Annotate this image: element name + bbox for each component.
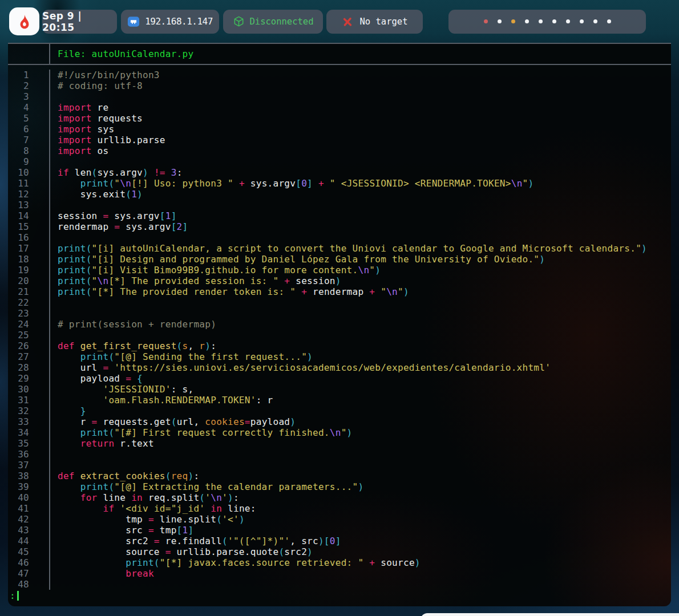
code-line[interactable]: 4import re [8,102,671,113]
code-line[interactable]: 36 [8,449,671,460]
code-line[interactable]: 41 if '<div id="j_id' in line: [8,503,671,514]
line-number: 42 [8,514,50,525]
app-logo-button[interactable] [9,7,39,35]
code-line[interactable]: 42 tmp = line.split('<') [8,514,671,525]
code-line[interactable]: 33 r = requests.get(url, cookies=payload… [8,416,671,427]
dock-peek[interactable] [421,613,679,616]
code-line[interactable]: 34 print("[#] First request correctly fi… [8,427,671,438]
line-content: rendermap = sys.argv[2] [50,221,188,232]
code-line[interactable]: 37 [8,460,671,471]
x-icon [342,16,353,27]
connection-status-widget: Disconnected [223,10,323,34]
code-line[interactable]: 14session = sys.argv[1] [8,210,671,221]
workspace-dot[interactable] [484,19,488,23]
workspace-dots-widget[interactable] [448,10,646,34]
code-line[interactable]: 5import requests [8,113,671,124]
line-number: 6 [8,124,50,135]
code-line[interactable]: 46 print("[*] javax.faces.source retriev… [8,557,671,568]
code-line[interactable]: 3 [8,91,671,102]
code-line[interactable]: 23 [8,308,671,319]
code-line[interactable]: 28 url = 'https://sies.uniovi.es/servici… [8,362,671,373]
code-line[interactable]: 18print("[i] Design and programmed by Da… [8,254,671,265]
workspace-dot[interactable] [525,19,529,23]
line-number: 23 [8,308,50,319]
line-content: print("[i] Visit Bimo99B9.github.io for … [50,265,381,275]
line-content: print("[i] autoUniCalendar, a script to … [50,243,647,254]
code-line[interactable]: 21print("[*] The provided render token i… [8,286,671,297]
line-content: print("[*] The provided render token is:… [50,286,409,297]
code-line[interactable]: 11 print("\n[!] Uso: python3 " + sys.arg… [8,178,671,189]
code-line[interactable]: 16 [8,232,671,243]
code-line[interactable]: 8import os [8,145,671,156]
code-line[interactable]: 6import sys [8,124,671,135]
line-content: # coding: utf-8 [50,80,143,91]
workspace-dot[interactable] [498,19,502,23]
code-line[interactable]: 48 [8,579,671,590]
workspace-dot[interactable] [511,19,515,23]
line-number: 33 [8,416,50,427]
line-content: import re [50,102,108,113]
line-content: for line in req.split('\n'): [50,492,239,503]
code-line[interactable]: 9 [8,156,671,167]
code-line[interactable]: 12 sys.exit(1) [8,189,671,200]
code-line[interactable]: 13 [8,200,671,210]
code-line[interactable]: 40 for line in req.split('\n'): [8,492,671,503]
workspace-dot[interactable] [539,19,543,23]
line-content [50,449,58,460]
workspace-dot[interactable] [552,19,556,23]
code-line[interactable]: 24# print(session + rendermap) [8,319,671,330]
line-content: sys.exit(1) [50,189,143,200]
code-line[interactable]: 20print("\n[*] The provided session is: … [8,275,671,286]
code-line[interactable]: 2# coding: utf-8 [8,80,671,91]
line-number: 29 [8,373,50,384]
line-number: 3 [8,91,50,102]
ip-widget: 192.168.1.147 [121,10,219,34]
line-number: 10 [8,167,50,178]
line-content [50,308,58,319]
code-line[interactable]: 22 [8,297,671,308]
workspace-dot[interactable] [566,19,570,23]
code-line[interactable]: 44 src2 = re.findall('"([^"]*)"', src)[0… [8,536,671,546]
line-number: 39 [8,481,50,492]
line-content: import sys [50,124,114,135]
line-number: 18 [8,254,50,265]
line-number: 15 [8,221,50,232]
code-line[interactable]: 29 payload = { [8,373,671,384]
code-line[interactable]: 1#!/usr/bin/python3 [8,70,671,80]
code-line[interactable]: 25 [8,330,671,341]
line-number: 44 [8,536,50,546]
workspace-dot[interactable] [580,19,584,23]
line-number: 40 [8,492,50,503]
workspace-dot[interactable] [607,19,611,23]
code-line[interactable]: 10if len(sys.argv) != 3: [8,167,671,178]
code-line[interactable]: 32 } [8,406,671,416]
line-number: 1 [8,70,50,80]
code-line[interactable]: 45 source = urllib.parse.quote(src2) [8,546,671,557]
code-line[interactable]: 15rendermap = sys.argv[2] [8,221,671,232]
code-line[interactable]: 30 'JSESSIONID': s, [8,384,671,395]
code-line[interactable]: 39 print("[@] Extracting the calendar pa… [8,481,671,492]
command-line[interactable]: : [8,590,671,601]
line-content [50,330,58,341]
line-content: print("[*] javax.faces.source retrieved:… [50,557,421,568]
code-line[interactable]: 38def extract_cookies(req): [8,471,671,481]
code-line[interactable]: 26def get_first_request(s, r): [8,341,671,351]
line-number: 48 [8,579,50,590]
gutter-spacer [8,44,50,64]
code-line[interactable]: 35 return r.text [8,438,671,449]
code-area[interactable]: 1#!/usr/bin/python32# coding: utf-834imp… [8,65,671,590]
line-content [50,579,58,590]
code-line[interactable]: 19print("[i] Visit Bimo99B9.github.io fo… [8,265,671,275]
code-line[interactable]: 43 src = tmp[1] [8,525,671,536]
text-cursor [17,591,19,601]
line-number: 30 [8,384,50,395]
target-status-text: No target [360,17,408,27]
code-line[interactable]: 27 print("[@] Sending the first request.… [8,351,671,362]
code-line[interactable]: 31 'oam.Flash.RENDERMAP.TOKEN': r [8,395,671,406]
workspace-dot[interactable] [593,19,597,23]
code-line[interactable]: 17print("[i] autoUniCalendar, a script t… [8,243,671,254]
line-number: 34 [8,427,50,438]
line-number: 41 [8,503,50,514]
code-line[interactable]: 7import urllib.parse [8,135,671,145]
code-line[interactable]: 47 break [8,568,671,579]
